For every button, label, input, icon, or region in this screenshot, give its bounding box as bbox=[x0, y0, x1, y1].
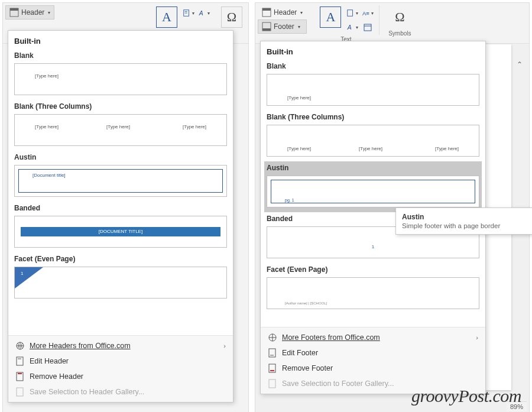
quick-parts-button[interactable]: ▾ bbox=[182, 7, 195, 20]
wordart-button-r[interactable]: A▾ bbox=[346, 21, 359, 34]
gallery-section-label: Built-in bbox=[12, 34, 229, 49]
save-icon bbox=[268, 379, 277, 388]
austin-tooltip: Austin Simple footer with a page border bbox=[395, 207, 532, 235]
page-footer-icon bbox=[262, 22, 271, 31]
more-headers-row[interactable]: More Headers from Office.com › bbox=[8, 338, 233, 353]
gallery-item-austin-r[interactable]: Austin pg. 1 bbox=[264, 161, 482, 212]
svg-text:A≡: A≡ bbox=[362, 10, 369, 17]
svg-rect-13 bbox=[262, 8, 271, 11]
remove-icon bbox=[268, 364, 277, 373]
chevron-down-icon: ▾ bbox=[48, 10, 50, 15]
tooltip-title: Austin bbox=[402, 213, 526, 221]
remove-header-row[interactable]: Remove Header bbox=[8, 369, 233, 384]
footer-dropdown-pane: ⌃ 89% Header ▾ Footer ▾ A bbox=[255, 2, 530, 412]
gallery-item-blank-r[interactable]: Blank [Type here] bbox=[264, 60, 482, 111]
svg-rect-22 bbox=[269, 349, 275, 357]
gallery-scroll[interactable]: Built-in Blank [Type here] Blank (Three … bbox=[8, 31, 233, 335]
collapse-ribbon-icon[interactable]: ⌃ bbox=[515, 60, 524, 69]
save-to-gallery-row: Save Selection to Header Gallery... bbox=[8, 384, 233, 400]
dropcap-button[interactable]: A≡▾ bbox=[361, 7, 374, 20]
page-icon bbox=[15, 356, 25, 366]
symbols-group-label: Symbols bbox=[388, 30, 411, 37]
gallery-item-banded[interactable]: Banded [DOCUMENT TITLE] bbox=[12, 202, 229, 252]
chevron-down-icon: ▾ bbox=[300, 10, 303, 15]
svg-rect-26 bbox=[269, 379, 275, 388]
chevron-down-icon: ▾ bbox=[298, 24, 300, 30]
page-icon bbox=[268, 348, 277, 358]
symbol-button-r[interactable]: Ω bbox=[389, 7, 410, 28]
globe-icon bbox=[268, 333, 277, 342]
gallery-item-austin[interactable]: Austin [Document title] bbox=[12, 151, 229, 202]
ribbon-right: Header ▾ Footer ▾ A ▾ A▾ bbox=[255, 3, 529, 44]
page-header-icon bbox=[262, 8, 271, 17]
svg-text:A: A bbox=[199, 9, 203, 17]
gallery-scroll-r[interactable]: Built-in Blank [Type here] Blank (Three … bbox=[261, 41, 485, 327]
header-dropdown-pane: Header ▾ A ▾ A▾ Ω Built-in Blank [Type h… bbox=[2, 2, 249, 412]
svg-rect-16 bbox=[348, 10, 353, 17]
gallery-item-facet-r[interactable]: Facet (Even Page) [Author name] | [SCHOO… bbox=[264, 263, 482, 314]
svg-rect-11 bbox=[17, 388, 23, 396]
svg-text:A: A bbox=[347, 24, 352, 31]
gallery-footer-r: More Footers from Office.com › Edit Foot… bbox=[261, 327, 485, 394]
gallery-item-facet[interactable]: Facet (Even Page) 1 bbox=[12, 252, 229, 303]
tooltip-desc: Simple footer with a page border bbox=[402, 222, 526, 229]
footer-button[interactable]: Footer ▾ bbox=[258, 20, 307, 34]
header-button-label: Header bbox=[21, 8, 44, 17]
edit-header-row[interactable]: Edit Header bbox=[8, 353, 233, 369]
gallery-item-blank-three[interactable]: Blank (Three Columns) [Type here] [Type … bbox=[12, 100, 229, 151]
gallery-item-blank[interactable]: Blank [Type here] bbox=[12, 49, 229, 100]
wordart-button[interactable]: A▾ bbox=[197, 7, 210, 20]
remove-footer-row[interactable]: Remove Footer bbox=[261, 361, 485, 376]
globe-icon bbox=[15, 341, 25, 351]
page-header-icon bbox=[9, 8, 19, 17]
svg-rect-15 bbox=[262, 28, 271, 31]
header-button[interactable]: Header ▾ bbox=[5, 5, 54, 20]
svg-rect-7 bbox=[17, 357, 23, 365]
svg-rect-19 bbox=[364, 24, 371, 31]
gallery-footer: More Headers from Office.com › Edit Head… bbox=[8, 335, 233, 402]
gallery-section-label-r: Built-in bbox=[264, 45, 482, 60]
quick-parts-button-r[interactable]: ▾ bbox=[346, 7, 359, 20]
gallery-item-blank-three-r[interactable]: Blank (Three Columns) [Type here] [Type … bbox=[264, 111, 482, 161]
save-icon bbox=[15, 387, 25, 397]
text-box-button[interactable]: A bbox=[156, 7, 177, 28]
svg-rect-1 bbox=[10, 8, 18, 11]
watermark: groovyPost.com bbox=[411, 386, 521, 406]
chevron-right-icon: › bbox=[476, 334, 478, 341]
header-gallery: Built-in Blank [Type here] Blank (Three … bbox=[8, 30, 233, 403]
more-footers-row[interactable]: More Footers from Office.com › bbox=[261, 330, 485, 345]
date-time-button[interactable] bbox=[361, 21, 374, 34]
chevron-right-icon: › bbox=[223, 342, 226, 349]
text-box-button-r[interactable]: A bbox=[320, 7, 341, 28]
remove-icon bbox=[15, 372, 25, 381]
symbol-button[interactable]: Ω bbox=[221, 7, 242, 28]
edit-footer-row[interactable]: Edit Footer bbox=[261, 345, 485, 361]
header-button-r[interactable]: Header ▾ bbox=[258, 5, 307, 20]
